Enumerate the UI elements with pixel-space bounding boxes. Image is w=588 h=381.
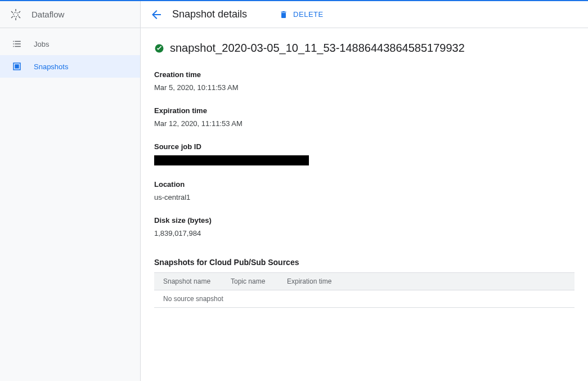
field-location: Location us-central1 (154, 180, 574, 201)
svg-rect-12 (15, 46, 21, 47)
field-source-job-id: Source job ID (154, 142, 574, 165)
svg-line-5 (11, 16, 13, 18)
field-value: Mar 5, 2020, 10:11:53 AM (154, 83, 574, 92)
field-label: Expiration time (154, 106, 574, 115)
table-empty-row: No source snapshot (154, 290, 574, 308)
main: Snapshot details Delete snapshot_ (141, 1, 588, 381)
col-topic-name: Topic name (222, 273, 278, 290)
layout: Dataflow Jobs (0, 1, 588, 381)
field-value: us-central1 (154, 193, 574, 201)
field-label: Location (154, 180, 574, 189)
svg-rect-14 (15, 65, 19, 68)
col-expiration-time: Expiration time (278, 273, 574, 290)
sidebar-nav: Jobs Snapshots (0, 28, 140, 78)
sidebar-item-label: Jobs (34, 40, 49, 48)
empty-message: No source snapshot (154, 290, 574, 308)
svg-rect-11 (13, 46, 14, 47)
field-expiration-time: Expiration time Mar 12, 2020, 11:11:53 A… (154, 106, 574, 128)
field-creation-time: Creation time Mar 5, 2020, 10:11:53 AM (154, 70, 574, 92)
svg-rect-9 (13, 43, 14, 44)
delete-label: Delete (293, 10, 324, 19)
snapshot-title-row: snapshot_2020-03-05_10_11_53-14886443864… (154, 42, 574, 55)
list-icon (11, 38, 23, 50)
sidebar-item-label: Snapshots (34, 62, 68, 71)
svg-rect-10 (15, 43, 21, 44)
page-title: Snapshot details (172, 8, 247, 20)
col-snapshot-name: Snapshot name (154, 273, 222, 290)
snapshot-icon (11, 61, 23, 72)
product-header: Dataflow (0, 1, 140, 28)
redacted-value (154, 155, 309, 165)
svg-line-4 (19, 16, 20, 18)
status-success-icon (154, 43, 164, 53)
svg-line-3 (11, 11, 13, 13)
pubsub-table: Snapshot name Topic name Expiration time… (154, 272, 574, 308)
snapshot-name: snapshot_2020-03-05_10_11_53-14886443864… (170, 42, 465, 55)
svg-point-0 (14, 12, 18, 17)
content: snapshot_2020-03-05_10_11_53-14886443864… (141, 28, 588, 321)
dataflow-product-icon (9, 8, 23, 21)
svg-line-6 (19, 11, 20, 13)
field-label: Creation time (154, 70, 574, 79)
sidebar: Dataflow Jobs (0, 1, 141, 381)
trash-icon (279, 10, 289, 20)
field-value: 1,839,017,984 (154, 229, 574, 237)
field-label: Disk size (bytes) (154, 216, 574, 225)
back-button[interactable] (150, 8, 163, 21)
arrow-left-icon (150, 8, 163, 21)
pubsub-section-title: Snapshots for Cloud Pub/Sub Sources (154, 258, 574, 267)
sidebar-item-snapshots[interactable]: Snapshots (0, 55, 140, 78)
field-disk-size: Disk size (bytes) 1,839,017,984 (154, 216, 574, 237)
delete-button[interactable]: Delete (279, 10, 324, 20)
main-header: Snapshot details Delete (141, 1, 588, 28)
svg-rect-7 (13, 41, 14, 42)
sidebar-item-jobs[interactable]: Jobs (0, 33, 140, 55)
table-header-row: Snapshot name Topic name Expiration time (154, 273, 574, 290)
field-value: Mar 12, 2020, 11:11:53 AM (154, 119, 574, 128)
field-label: Source job ID (154, 142, 574, 151)
product-title: Dataflow (32, 10, 64, 19)
svg-rect-8 (15, 41, 21, 42)
